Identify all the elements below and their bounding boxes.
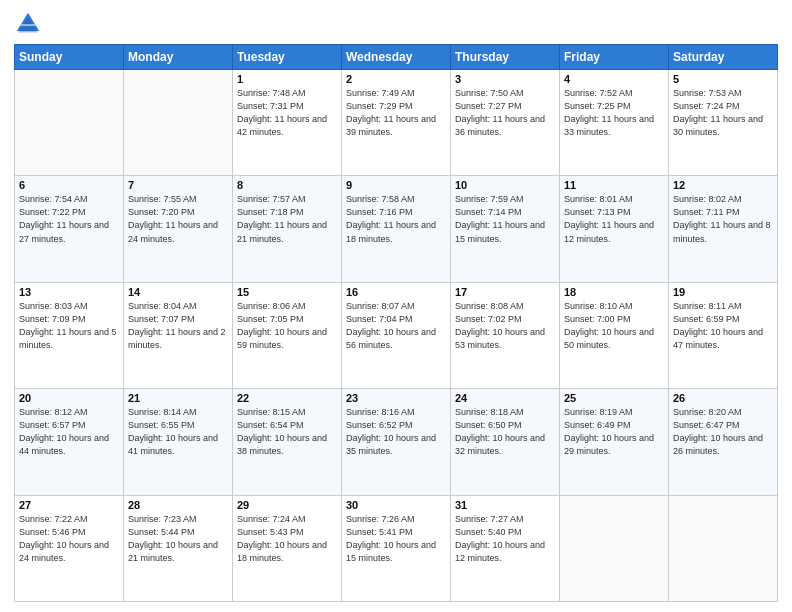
header-row: SundayMondayTuesdayWednesdayThursdayFrid… bbox=[15, 45, 778, 70]
calendar-cell: 14Sunrise: 8:04 AM Sunset: 7:07 PM Dayli… bbox=[124, 282, 233, 388]
day-number: 6 bbox=[19, 179, 119, 191]
calendar-cell: 23Sunrise: 8:16 AM Sunset: 6:52 PM Dayli… bbox=[342, 389, 451, 495]
day-info: Sunrise: 7:26 AM Sunset: 5:41 PM Dayligh… bbox=[346, 513, 446, 565]
page: SundayMondayTuesdayWednesdayThursdayFrid… bbox=[0, 0, 792, 612]
day-info: Sunrise: 8:08 AM Sunset: 7:02 PM Dayligh… bbox=[455, 300, 555, 352]
day-info: Sunrise: 7:58 AM Sunset: 7:16 PM Dayligh… bbox=[346, 193, 446, 245]
calendar-cell bbox=[669, 495, 778, 601]
day-number: 11 bbox=[564, 179, 664, 191]
day-number: 15 bbox=[237, 286, 337, 298]
calendar-cell: 17Sunrise: 8:08 AM Sunset: 7:02 PM Dayli… bbox=[451, 282, 560, 388]
calendar-cell: 19Sunrise: 8:11 AM Sunset: 6:59 PM Dayli… bbox=[669, 282, 778, 388]
day-number: 3 bbox=[455, 73, 555, 85]
day-info: Sunrise: 7:54 AM Sunset: 7:22 PM Dayligh… bbox=[19, 193, 119, 245]
day-header-sunday: Sunday bbox=[15, 45, 124, 70]
day-info: Sunrise: 8:02 AM Sunset: 7:11 PM Dayligh… bbox=[673, 193, 773, 245]
calendar-cell: 6Sunrise: 7:54 AM Sunset: 7:22 PM Daylig… bbox=[15, 176, 124, 282]
week-row-4: 20Sunrise: 8:12 AM Sunset: 6:57 PM Dayli… bbox=[15, 389, 778, 495]
day-number: 30 bbox=[346, 499, 446, 511]
day-info: Sunrise: 8:11 AM Sunset: 6:59 PM Dayligh… bbox=[673, 300, 773, 352]
day-number: 9 bbox=[346, 179, 446, 191]
day-info: Sunrise: 7:48 AM Sunset: 7:31 PM Dayligh… bbox=[237, 87, 337, 139]
calendar-table: SundayMondayTuesdayWednesdayThursdayFrid… bbox=[14, 44, 778, 602]
day-number: 2 bbox=[346, 73, 446, 85]
day-number: 18 bbox=[564, 286, 664, 298]
day-number: 13 bbox=[19, 286, 119, 298]
day-info: Sunrise: 7:59 AM Sunset: 7:14 PM Dayligh… bbox=[455, 193, 555, 245]
week-row-5: 27Sunrise: 7:22 AM Sunset: 5:46 PM Dayli… bbox=[15, 495, 778, 601]
day-number: 19 bbox=[673, 286, 773, 298]
day-info: Sunrise: 7:53 AM Sunset: 7:24 PM Dayligh… bbox=[673, 87, 773, 139]
day-info: Sunrise: 7:55 AM Sunset: 7:20 PM Dayligh… bbox=[128, 193, 228, 245]
day-number: 1 bbox=[237, 73, 337, 85]
calendar-body: 1Sunrise: 7:48 AM Sunset: 7:31 PM Daylig… bbox=[15, 70, 778, 602]
calendar-cell: 26Sunrise: 8:20 AM Sunset: 6:47 PM Dayli… bbox=[669, 389, 778, 495]
calendar-cell: 9Sunrise: 7:58 AM Sunset: 7:16 PM Daylig… bbox=[342, 176, 451, 282]
calendar-cell: 12Sunrise: 8:02 AM Sunset: 7:11 PM Dayli… bbox=[669, 176, 778, 282]
day-info: Sunrise: 8:20 AM Sunset: 6:47 PM Dayligh… bbox=[673, 406, 773, 458]
logo bbox=[14, 10, 46, 38]
calendar-cell: 25Sunrise: 8:19 AM Sunset: 6:49 PM Dayli… bbox=[560, 389, 669, 495]
calendar-cell: 18Sunrise: 8:10 AM Sunset: 7:00 PM Dayli… bbox=[560, 282, 669, 388]
day-number: 10 bbox=[455, 179, 555, 191]
calendar-cell: 3Sunrise: 7:50 AM Sunset: 7:27 PM Daylig… bbox=[451, 70, 560, 176]
day-number: 24 bbox=[455, 392, 555, 404]
day-number: 5 bbox=[673, 73, 773, 85]
day-number: 8 bbox=[237, 179, 337, 191]
day-number: 20 bbox=[19, 392, 119, 404]
day-info: Sunrise: 8:19 AM Sunset: 6:49 PM Dayligh… bbox=[564, 406, 664, 458]
day-info: Sunrise: 8:14 AM Sunset: 6:55 PM Dayligh… bbox=[128, 406, 228, 458]
calendar-cell: 16Sunrise: 8:07 AM Sunset: 7:04 PM Dayli… bbox=[342, 282, 451, 388]
day-info: Sunrise: 8:18 AM Sunset: 6:50 PM Dayligh… bbox=[455, 406, 555, 458]
calendar-cell: 7Sunrise: 7:55 AM Sunset: 7:20 PM Daylig… bbox=[124, 176, 233, 282]
week-row-1: 1Sunrise: 7:48 AM Sunset: 7:31 PM Daylig… bbox=[15, 70, 778, 176]
logo-icon bbox=[14, 10, 42, 38]
day-number: 23 bbox=[346, 392, 446, 404]
calendar-cell: 10Sunrise: 7:59 AM Sunset: 7:14 PM Dayli… bbox=[451, 176, 560, 282]
week-row-3: 13Sunrise: 8:03 AM Sunset: 7:09 PM Dayli… bbox=[15, 282, 778, 388]
day-header-tuesday: Tuesday bbox=[233, 45, 342, 70]
calendar-cell bbox=[124, 70, 233, 176]
calendar-cell: 20Sunrise: 8:12 AM Sunset: 6:57 PM Dayli… bbox=[15, 389, 124, 495]
day-number: 27 bbox=[19, 499, 119, 511]
calendar-cell: 31Sunrise: 7:27 AM Sunset: 5:40 PM Dayli… bbox=[451, 495, 560, 601]
day-header-saturday: Saturday bbox=[669, 45, 778, 70]
header bbox=[14, 10, 778, 38]
day-header-wednesday: Wednesday bbox=[342, 45, 451, 70]
calendar-cell: 2Sunrise: 7:49 AM Sunset: 7:29 PM Daylig… bbox=[342, 70, 451, 176]
day-number: 31 bbox=[455, 499, 555, 511]
calendar-cell: 27Sunrise: 7:22 AM Sunset: 5:46 PM Dayli… bbox=[15, 495, 124, 601]
day-number: 14 bbox=[128, 286, 228, 298]
day-number: 4 bbox=[564, 73, 664, 85]
day-info: Sunrise: 8:07 AM Sunset: 7:04 PM Dayligh… bbox=[346, 300, 446, 352]
calendar-cell: 28Sunrise: 7:23 AM Sunset: 5:44 PM Dayli… bbox=[124, 495, 233, 601]
day-number: 21 bbox=[128, 392, 228, 404]
day-info: Sunrise: 7:22 AM Sunset: 5:46 PM Dayligh… bbox=[19, 513, 119, 565]
day-info: Sunrise: 8:04 AM Sunset: 7:07 PM Dayligh… bbox=[128, 300, 228, 352]
day-info: Sunrise: 7:23 AM Sunset: 5:44 PM Dayligh… bbox=[128, 513, 228, 565]
day-info: Sunrise: 7:57 AM Sunset: 7:18 PM Dayligh… bbox=[237, 193, 337, 245]
day-info: Sunrise: 8:06 AM Sunset: 7:05 PM Dayligh… bbox=[237, 300, 337, 352]
day-number: 22 bbox=[237, 392, 337, 404]
day-number: 12 bbox=[673, 179, 773, 191]
calendar-cell: 13Sunrise: 8:03 AM Sunset: 7:09 PM Dayli… bbox=[15, 282, 124, 388]
day-info: Sunrise: 7:24 AM Sunset: 5:43 PM Dayligh… bbox=[237, 513, 337, 565]
day-header-friday: Friday bbox=[560, 45, 669, 70]
calendar-cell: 11Sunrise: 8:01 AM Sunset: 7:13 PM Dayli… bbox=[560, 176, 669, 282]
calendar-cell: 5Sunrise: 7:53 AM Sunset: 7:24 PM Daylig… bbox=[669, 70, 778, 176]
day-info: Sunrise: 7:52 AM Sunset: 7:25 PM Dayligh… bbox=[564, 87, 664, 139]
svg-rect-2 bbox=[21, 24, 35, 26]
calendar-cell: 4Sunrise: 7:52 AM Sunset: 7:25 PM Daylig… bbox=[560, 70, 669, 176]
day-info: Sunrise: 8:15 AM Sunset: 6:54 PM Dayligh… bbox=[237, 406, 337, 458]
day-number: 29 bbox=[237, 499, 337, 511]
calendar-cell bbox=[15, 70, 124, 176]
calendar-cell: 8Sunrise: 7:57 AM Sunset: 7:18 PM Daylig… bbox=[233, 176, 342, 282]
day-info: Sunrise: 8:01 AM Sunset: 7:13 PM Dayligh… bbox=[564, 193, 664, 245]
day-number: 26 bbox=[673, 392, 773, 404]
calendar-cell: 21Sunrise: 8:14 AM Sunset: 6:55 PM Dayli… bbox=[124, 389, 233, 495]
day-number: 28 bbox=[128, 499, 228, 511]
day-info: Sunrise: 8:16 AM Sunset: 6:52 PM Dayligh… bbox=[346, 406, 446, 458]
day-info: Sunrise: 8:12 AM Sunset: 6:57 PM Dayligh… bbox=[19, 406, 119, 458]
calendar-header: SundayMondayTuesdayWednesdayThursdayFrid… bbox=[15, 45, 778, 70]
week-row-2: 6Sunrise: 7:54 AM Sunset: 7:22 PM Daylig… bbox=[15, 176, 778, 282]
